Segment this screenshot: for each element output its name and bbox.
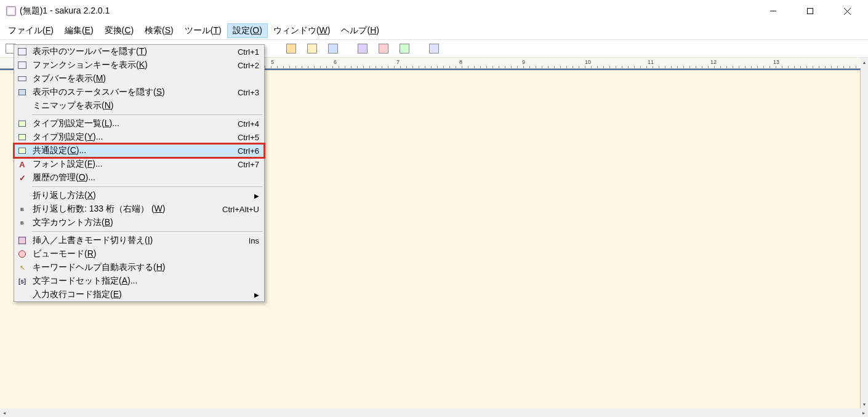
- vertical-scrollbar[interactable]: ▴ ▾: [861, 58, 868, 408]
- menu-shortcut: Ctrl+3: [238, 88, 259, 97]
- menu-o[interactable]: 設定(O): [227, 23, 268, 38]
- menu-shortcut: Ctrl+6: [238, 146, 259, 156]
- menu-shortcut: Ctrl+4: [238, 119, 259, 129]
- menu-item-20[interactable]: 入力改行コード指定(E)▶: [14, 288, 264, 301]
- menu-item-12[interactable]: 折り返し方法(X)▶: [14, 189, 264, 202]
- menu-item-label: 表示中のツールバーを隠す(T): [33, 46, 238, 57]
- menu-item-2[interactable]: タブバーを表示(M): [14, 72, 264, 85]
- menu-e[interactable]: 編集(E): [59, 23, 99, 38]
- menu-item-label: 共通設定(C)...: [33, 145, 238, 156]
- menu-item-1[interactable]: ファンクションキーを表示(K)Ctrl+2: [14, 58, 264, 72]
- menu-item-label: 折り返し桁数: 133 桁（右端） (W): [33, 204, 222, 215]
- byte-icon: B: [17, 218, 27, 228]
- menu-item-label: ファンクションキーを表示(K): [33, 60, 238, 71]
- menu-item-6[interactable]: タイプ別設定一覧(L)...Ctrl+4: [14, 117, 264, 130]
- window-controls: [755, 0, 866, 22]
- menu-item-label: 文字カウント方法(B): [33, 217, 259, 228]
- menu-item-label: ミニマップを表示(N): [33, 100, 259, 111]
- ruler-mark: 8: [459, 59, 462, 65]
- menu-item-label: フォント設定(F)...: [33, 159, 238, 170]
- check-icon: ✓: [17, 173, 27, 183]
- ruler-mark: 11: [648, 59, 654, 65]
- ruler-mark: 7: [396, 59, 400, 65]
- maximize-button[interactable]: [792, 0, 829, 22]
- ruler-mark: 5: [271, 59, 274, 65]
- menu-item-19[interactable]: [s]文字コードセット指定(A)...: [14, 274, 264, 288]
- charset-icon: [s]: [17, 276, 27, 286]
- menu-item-16[interactable]: 挿入／上書きモード切り替え(I)Ins: [14, 234, 264, 247]
- toolbar-icon-7[interactable]: [426, 41, 442, 56]
- menu-item-7[interactable]: タイプ別設定(Y)...Ctrl+5: [14, 130, 264, 144]
- menu-item-10[interactable]: ✓履歴の管理(O)...: [14, 171, 264, 185]
- toolbar-icon-2[interactable]: [304, 41, 320, 56]
- menu-item-13[interactable]: B折り返し桁数: 133 桁（右端） (W)Ctrl+Alt+U: [14, 202, 264, 216]
- close-button[interactable]: [829, 0, 866, 22]
- scroll-down-icon[interactable]: ▾: [861, 400, 868, 408]
- menu-item-label: タイプ別設定(Y)...: [33, 132, 238, 143]
- menu-separator: [32, 186, 263, 187]
- menu-shortcut: Ctrl+2: [238, 61, 259, 70]
- statusbar-icon: [17, 87, 27, 97]
- insert-mode-icon: [17, 236, 27, 245]
- menu-item-9[interactable]: Aフォント設定(F)...Ctrl+7: [14, 157, 264, 171]
- menu-item-8[interactable]: 共通設定(C)...Ctrl+6: [14, 144, 264, 157]
- ruler-mark: 13: [773, 59, 779, 65]
- tab-icon: [17, 74, 27, 84]
- toolbar-icon-1[interactable]: [283, 41, 299, 56]
- menu-f[interactable]: ファイル(F): [2, 23, 59, 38]
- menu-item-17[interactable]: ビューモード(R): [14, 247, 264, 261]
- menu-item-label: 折り返し方法(X): [33, 190, 259, 201]
- toolbar-icon-3[interactable]: [325, 41, 341, 56]
- menu-item-label: 入力改行コード指定(E): [33, 289, 259, 300]
- horizontal-scrollbar[interactable]: ◂ ▸: [0, 408, 868, 417]
- ruler-mark: 10: [585, 59, 591, 65]
- pointer-icon: ↖: [17, 263, 27, 272]
- menu-w[interactable]: ウィンドウ(W): [268, 23, 336, 38]
- menu-item-label: 表示中のステータスバーを隠す(S): [33, 87, 238, 98]
- ruler-mark: 9: [522, 59, 525, 65]
- menu-t[interactable]: ツール(T): [179, 23, 227, 38]
- menu-s[interactable]: 検索(S): [139, 23, 179, 38]
- menu-shortcut: Ctrl+1: [238, 47, 259, 57]
- menu-separator: [32, 231, 263, 232]
- app-icon: [6, 6, 16, 16]
- menu-item-14[interactable]: B文字カウント方法(B): [14, 216, 264, 229]
- font-icon: A: [17, 159, 27, 169]
- menu-item-label: タブバーを表示(M): [33, 73, 259, 84]
- menu-item-label: キーワードヘルプ自動表示する(H): [33, 262, 259, 273]
- menu-item-label: 挿入／上書きモード切り替え(I): [33, 235, 249, 246]
- settings-icon: [17, 119, 27, 129]
- settings-menu-dropdown: 表示中のツールバーを隠す(T)Ctrl+1ファンクションキーを表示(K)Ctrl…: [14, 44, 265, 302]
- title-bar: (無題)1 - sakura 2.2.0.1: [0, 0, 868, 22]
- svg-rect-1: [808, 9, 813, 14]
- menu-shortcut: Ctrl+5: [238, 133, 259, 142]
- menu-bar: ファイル(F)編集(E)変換(C)検索(S)ツール(T)設定(O)ウィンドウ(W…: [0, 22, 868, 39]
- menu-h[interactable]: ヘルプ(H): [336, 23, 384, 38]
- submenu-arrow-icon: ▶: [254, 193, 259, 199]
- window-title: (無題)1 - sakura 2.2.0.1: [20, 6, 110, 17]
- minimize-button[interactable]: [755, 0, 792, 22]
- ruler-mark: 6: [334, 59, 337, 65]
- toolbar-toggle-icon: [17, 47, 27, 57]
- menu-c[interactable]: 変換(C): [99, 23, 139, 38]
- menu-item-label: タイプ別設定一覧(L)...: [33, 118, 238, 129]
- menu-item-0[interactable]: 表示中のツールバーを隠す(T)Ctrl+1: [14, 45, 264, 58]
- toolbar-toggle-icon: [17, 60, 27, 70]
- toolbar-icon-6[interactable]: [396, 41, 412, 56]
- scroll-left-icon[interactable]: ◂: [0, 408, 9, 417]
- settings-icon: [17, 146, 27, 156]
- byte-icon: B: [17, 204, 27, 214]
- ruler-mark: 12: [710, 59, 717, 65]
- menu-item-18[interactable]: ↖キーワードヘルプ自動表示する(H): [14, 261, 264, 274]
- menu-item-label: 履歴の管理(O)...: [33, 172, 259, 183]
- menu-shortcut: Ctrl+Alt+U: [222, 205, 259, 214]
- readonly-icon: [17, 249, 27, 259]
- scroll-right-icon[interactable]: ▸: [859, 408, 868, 417]
- menu-item-label: 文字コードセット指定(A)...: [33, 276, 259, 287]
- toolbar-icon-5[interactable]: [376, 41, 392, 56]
- settings-icon: [17, 132, 27, 142]
- toolbar-icon-4[interactable]: [355, 41, 371, 56]
- menu-item-4[interactable]: ミニマップを表示(N): [14, 99, 264, 113]
- menu-item-3[interactable]: 表示中のステータスバーを隠す(S)Ctrl+3: [14, 85, 264, 99]
- scroll-up-icon[interactable]: ▴: [861, 58, 868, 66]
